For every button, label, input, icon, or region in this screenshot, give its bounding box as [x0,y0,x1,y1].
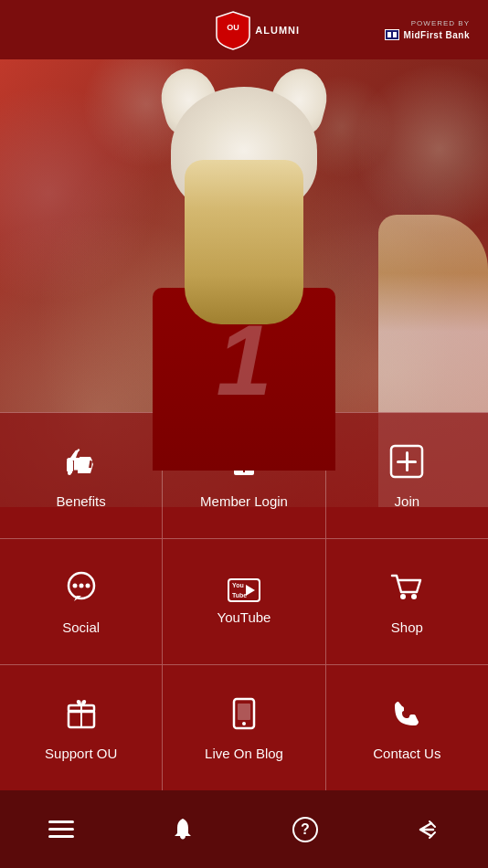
youtube-label: YouTube [217,609,271,626]
svg-rect-22 [238,704,250,720]
svg-rect-2 [387,32,391,37]
plus-icon [387,442,426,486]
help-nav-item[interactable]: ? [278,802,333,857]
powered-by-text: POWERED BY [411,19,470,27]
share-icon [413,816,440,843]
svg-point-16 [411,594,417,599]
menu-nav-item[interactable] [34,802,89,857]
svg-point-14 [85,583,90,587]
jersey-number: 1 [153,310,335,410]
join-cell[interactable]: Join [326,413,488,538]
social-cell[interactable]: Social [0,539,163,664]
benefits-label: Benefits [57,493,106,510]
svg-text:?: ? [301,821,310,837]
powered-by-section: POWERED BY MidFirst Bank [385,19,470,40]
benefits-cell[interactable]: Benefits [0,413,163,538]
bottom-navigation: ? [0,790,488,868]
live-on-blog-label: Live On Blog [205,746,283,762]
svg-point-21 [242,722,246,725]
svg-rect-3 [393,32,397,37]
member-login-label: Member Login [200,493,288,510]
join-label: Join [395,493,420,510]
grid-row-2: Social You Tube YouTube [0,538,488,664]
notifications-nav-item[interactable] [155,802,210,857]
midfirst-bank-icon [386,30,398,39]
ou-alumni-logo: OU ALUMNI [213,10,300,50]
support-ou-cell[interactable]: Support OU [0,665,163,790]
mascot-hair [185,160,303,324]
question-icon: ? [291,815,320,844]
thumbs-up-icon [62,442,101,486]
gift-icon [62,694,101,738]
live-on-blog-cell[interactable]: Live On Blog [163,665,325,790]
grid-row-3: Support OU Live On Blog Contact Us [0,664,488,790]
bell-icon [169,816,196,843]
svg-point-12 [72,583,77,587]
youtube-icon: You Tube [228,578,260,602]
midfirst-logo: MidFirst Bank [385,29,470,40]
contact-us-label: Contact Us [373,746,440,762]
alumni-label: ALUMNI [255,25,300,36]
svg-point-15 [400,594,406,599]
cart-icon [387,568,426,612]
svg-text:OU: OU [228,23,240,32]
chat-icon [62,568,101,612]
svg-rect-4 [67,460,73,471]
midfirst-text: MidFirst Bank [403,30,470,40]
contact-us-cell[interactable]: Contact Us [326,665,488,790]
support-ou-label: Support OU [45,746,117,762]
svg-rect-10 [397,460,417,463]
shop-cell[interactable]: Shop [326,539,488,664]
phone-icon [387,694,426,738]
ou-shield-icon: OU [213,10,253,50]
tablet-icon [225,694,263,738]
app-header: OU ALUMNI POWERED BY MidFirst Bank [0,0,488,59]
share-nav-item[interactable] [399,802,454,857]
svg-point-13 [79,583,83,587]
shop-label: Shop [391,619,423,636]
header-logo: OU ALUMNI [128,10,385,50]
midfirst-icon [385,29,399,40]
youtube-cell[interactable]: You Tube YouTube [163,539,325,664]
hamburger-icon [48,820,74,838]
social-label: Social [62,619,100,636]
